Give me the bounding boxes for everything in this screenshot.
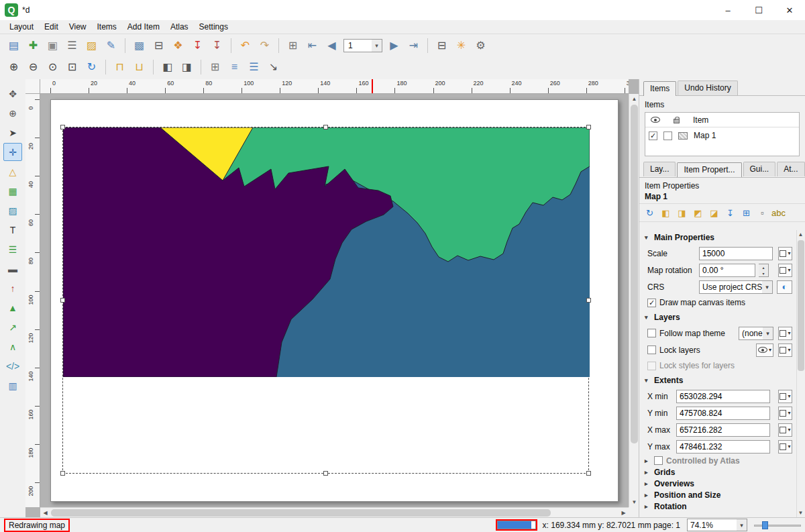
view-extent-in-canvas-icon[interactable]: ◨ bbox=[674, 206, 690, 219]
print-atlas-icon[interactable]: ⊟ bbox=[433, 37, 451, 54]
extent-input[interactable] bbox=[676, 390, 770, 403]
collapsed-section[interactable]: Position and Size bbox=[639, 489, 796, 500]
selection-handle[interactable] bbox=[586, 298, 591, 303]
spin-down-icon[interactable] bbox=[759, 270, 768, 276]
set-scale-to-canvas-icon[interactable]: ◩ bbox=[690, 206, 706, 219]
preview-atlas-icon[interactable]: ⊞ bbox=[284, 37, 302, 54]
pan-layout-icon[interactable]: ✥ bbox=[3, 85, 22, 103]
refresh-map-preview-icon[interactable]: ↻ bbox=[642, 206, 657, 219]
unlock-all-items-icon[interactable]: ⊔ bbox=[130, 58, 148, 76]
menu-item[interactable]: Settings bbox=[194, 21, 233, 33]
maximize-button[interactable]: ☐ bbox=[743, 0, 774, 20]
move-item-content-icon[interactable]: ✛ bbox=[3, 143, 22, 161]
map-rotation-input[interactable] bbox=[699, 264, 755, 277]
crs-combo[interactable]: Use project CRS bbox=[699, 280, 773, 294]
add-scalebar-icon[interactable]: ▬ bbox=[3, 260, 22, 278]
menu-item[interactable]: Items bbox=[92, 21, 122, 33]
horizontal-scrollbar[interactable]: ◀ ▶ bbox=[40, 507, 629, 517]
close-button[interactable]: ✕ bbox=[774, 0, 805, 20]
scroll-up-icon[interactable]: ▲ bbox=[629, 94, 639, 104]
next-feature-icon[interactable]: ▶ bbox=[385, 37, 403, 54]
select-move-item-icon[interactable]: ➤ bbox=[3, 123, 22, 142]
last-feature-icon[interactable]: ⇥ bbox=[405, 37, 423, 54]
collapsed-section[interactable]: Overviews bbox=[639, 478, 796, 489]
menu-item[interactable]: Atlas bbox=[165, 21, 194, 33]
layout-manager-icon[interactable]: ☰ bbox=[63, 37, 81, 54]
data-defined-override-button[interactable] bbox=[778, 264, 792, 277]
undo-icon[interactable]: ↶ bbox=[236, 37, 254, 54]
vertical-scroll-thumb[interactable] bbox=[631, 105, 638, 443]
export-atlas-icon[interactable]: ✳ bbox=[452, 37, 470, 54]
add-picture-icon[interactable]: ▨ bbox=[3, 201, 22, 219]
selection-handle[interactable] bbox=[60, 125, 65, 129]
save-as-icon[interactable]: ✎ bbox=[102, 37, 120, 54]
dock-tab[interactable]: Items bbox=[643, 81, 676, 96]
section-layers[interactable]: Layers bbox=[639, 310, 796, 325]
export-svg-icon[interactable]: ❖ bbox=[169, 37, 187, 54]
menu-item[interactable]: Add Item bbox=[122, 21, 165, 33]
dock-tab[interactable]: Gui... bbox=[743, 162, 776, 176]
items-tree-row[interactable]: Map 1 bbox=[645, 127, 799, 144]
extent-input[interactable] bbox=[676, 440, 770, 454]
bookmark-extent-icon[interactable]: ↧ bbox=[722, 206, 738, 219]
collapsed-section[interactable]: Grids bbox=[639, 466, 796, 478]
save-layout-icon[interactable]: ▤ bbox=[5, 37, 23, 54]
duplicate-layout-icon[interactable]: ▣ bbox=[44, 37, 62, 54]
edit-nodes-item-icon[interactable]: △ bbox=[3, 162, 22, 180]
scroll-down-icon[interactable]: ▼ bbox=[796, 509, 805, 517]
scale-input[interactable] bbox=[699, 247, 773, 260]
dock-tab[interactable]: Lay... bbox=[643, 162, 676, 176]
scroll-left-icon[interactable]: ◀ bbox=[40, 508, 50, 518]
add-shape-icon[interactable]: ▲ bbox=[3, 299, 22, 317]
selection-handle[interactable] bbox=[323, 125, 328, 129]
zoom-in-icon[interactable]: ⊕ bbox=[5, 58, 23, 76]
add-html-icon[interactable]: </> bbox=[3, 357, 22, 375]
zoom-slider[interactable] bbox=[754, 519, 801, 531]
selection-handle[interactable] bbox=[323, 471, 328, 476]
controlled-by-atlas-checkbox[interactable] bbox=[654, 456, 663, 465]
open-folder-icon[interactable]: ▨ bbox=[83, 37, 101, 54]
distribute-items-icon[interactable]: ☰ bbox=[245, 58, 263, 76]
dock-tab[interactable]: At... bbox=[777, 162, 804, 176]
extent-input[interactable] bbox=[676, 407, 770, 420]
section-main-properties[interactable]: Main Properties bbox=[639, 230, 796, 245]
data-defined-override-button[interactable] bbox=[778, 423, 792, 437]
add-node-item-icon[interactable]: ∧ bbox=[3, 337, 22, 356]
menu-item[interactable]: View bbox=[64, 21, 92, 33]
horizontal-scroll-thumb[interactable] bbox=[51, 509, 551, 517]
export-image-icon[interactable]: ▩ bbox=[130, 37, 148, 54]
edit-extent-icon[interactable]: ⊞ bbox=[739, 206, 754, 219]
zoom-slider-handle[interactable] bbox=[762, 521, 768, 529]
extent-input[interactable] bbox=[676, 423, 770, 437]
data-defined-override-button[interactable] bbox=[778, 440, 792, 454]
selection-handle[interactable] bbox=[586, 125, 591, 129]
add-map-icon[interactable]: ▦ bbox=[3, 182, 22, 200]
spinner-buttons[interactable] bbox=[759, 264, 769, 277]
dock-tab[interactable]: Undo History bbox=[678, 81, 737, 95]
set-extent-to-canvas-icon[interactable]: ◧ bbox=[658, 206, 674, 219]
print-layout-icon[interactable]: ⊟ bbox=[150, 37, 168, 54]
atlas-settings-icon[interactable]: ⚙ bbox=[472, 37, 490, 54]
align-items-icon[interactable]: ≡ bbox=[225, 58, 244, 76]
minimize-button[interactable]: – bbox=[712, 0, 743, 20]
first-feature-icon[interactable]: ⇤ bbox=[303, 37, 321, 54]
layout-page[interactable] bbox=[50, 99, 619, 502]
set-canvas-to-scale-icon[interactable]: ◪ bbox=[706, 206, 722, 219]
data-defined-override-button[interactable] bbox=[778, 327, 792, 340]
draw-map-canvas-checkbox[interactable] bbox=[647, 299, 656, 307]
menu-item[interactable]: Layout bbox=[4, 21, 39, 33]
data-defined-override-button[interactable] bbox=[778, 407, 792, 420]
zoom-level-combo[interactable]: 74.1% bbox=[687, 519, 747, 531]
map-item-frame[interactable] bbox=[62, 127, 589, 474]
lock-selected-items-icon[interactable]: ⊓ bbox=[111, 58, 129, 76]
theme-combo[interactable]: (none) bbox=[739, 327, 773, 340]
scroll-down-icon[interactable]: ▼ bbox=[629, 497, 639, 507]
scroll-up-icon[interactable]: ▲ bbox=[796, 230, 805, 239]
section-extents[interactable]: Extents bbox=[639, 373, 796, 388]
spin-up-icon[interactable] bbox=[759, 264, 768, 270]
zoom-actual-icon[interactable]: ⊙ bbox=[44, 58, 62, 76]
properties-scrollbar[interactable]: ▲ ▼ bbox=[796, 230, 805, 517]
scroll-right-icon[interactable]: ▶ bbox=[619, 508, 629, 518]
properties-scroll-thumb[interactable] bbox=[798, 240, 804, 371]
vertical-scrollbar[interactable]: ▲ ▼ bbox=[629, 94, 639, 507]
